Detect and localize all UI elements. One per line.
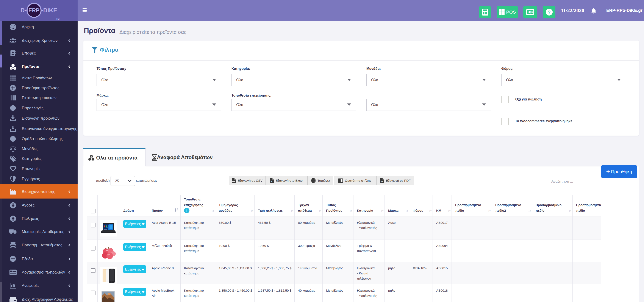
svg-text:?: ? [548, 10, 550, 15]
svg-text:1: 1 [530, 11, 531, 13]
svg-text:P: P [381, 180, 383, 182]
svg-text:x: x [271, 180, 272, 182]
